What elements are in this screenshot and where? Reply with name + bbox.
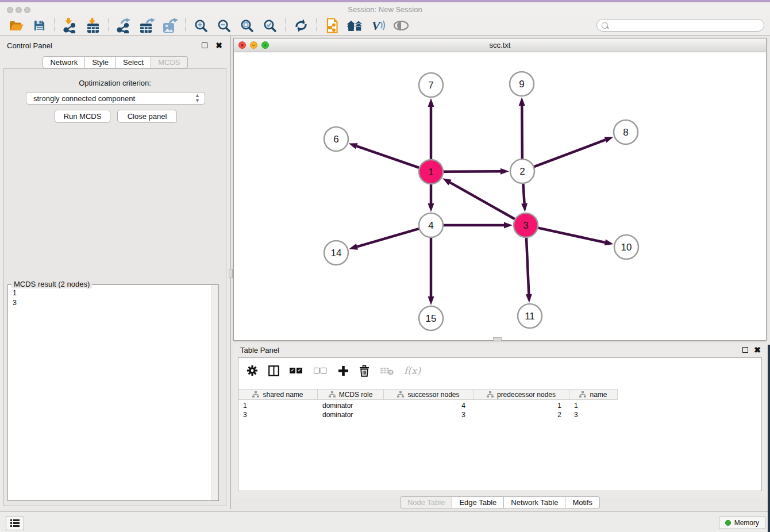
column-type-icon bbox=[579, 391, 586, 398]
save-session-button[interactable] bbox=[28, 17, 51, 34]
export-table-button[interactable] bbox=[136, 17, 159, 34]
zoom-selected-button[interactable] bbox=[259, 17, 282, 34]
tab-edge-table[interactable]: Edge Table bbox=[452, 496, 504, 508]
save-floppy-icon bbox=[33, 20, 45, 32]
table-settings-button[interactable] bbox=[247, 365, 258, 376]
graph-node-label: 6 bbox=[333, 134, 338, 145]
task-history-button[interactable] bbox=[6, 516, 24, 530]
column-type-icon bbox=[252, 391, 259, 398]
checked-box-icon: ✓ bbox=[290, 368, 295, 373]
network-graph-canvas[interactable]: 1234678910111415 bbox=[234, 52, 766, 341]
import-network-button[interactable] bbox=[59, 17, 82, 34]
close-panel-icon[interactable]: ✖ bbox=[215, 41, 222, 50]
table-cell[interactable]: 4 bbox=[384, 401, 473, 410]
run-mcds-button[interactable]: Run MCDS bbox=[55, 110, 110, 123]
mcds-result-text[interactable]: 1 3 bbox=[8, 286, 211, 500]
column-header-shared-name[interactable]: shared name bbox=[238, 389, 318, 400]
arrowhead-icon bbox=[504, 222, 513, 229]
zoom-fit-button[interactable] bbox=[236, 17, 259, 34]
arrowhead-icon bbox=[521, 203, 528, 212]
tab-motifs[interactable]: Motifs bbox=[565, 496, 600, 508]
import-table-button[interactable] bbox=[82, 17, 105, 34]
table-row[interactable]: 3dominator323 bbox=[238, 410, 618, 419]
edge-3-11[interactable] bbox=[526, 238, 529, 294]
panel-split-handle[interactable] bbox=[229, 269, 233, 278]
edge-2-8[interactable] bbox=[534, 140, 606, 167]
float-table-panel-icon[interactable] bbox=[742, 347, 748, 353]
table-cell[interactable]: 1 bbox=[473, 401, 569, 410]
home-button[interactable] bbox=[344, 17, 367, 34]
float-panel-icon[interactable] bbox=[202, 43, 207, 48]
delete-column-button[interactable] bbox=[359, 365, 369, 377]
open-folder-icon bbox=[9, 20, 24, 32]
result-scrollbar[interactable] bbox=[211, 285, 218, 500]
network-view-window[interactable]: × − + scc.txt 1234678910111415 bbox=[233, 38, 767, 341]
table-cell[interactable]: 3 bbox=[569, 410, 618, 419]
export-table-icon bbox=[140, 18, 155, 33]
optimization-criterion-select[interactable]: strongly connected component ▲▼ bbox=[26, 92, 205, 105]
column-header-name[interactable]: name bbox=[569, 389, 618, 400]
edge-3-1[interactable] bbox=[450, 183, 515, 219]
table-cell[interactable]: dominator bbox=[318, 401, 384, 410]
column-header-successor-nodes[interactable]: successor nodes bbox=[384, 389, 473, 400]
chevron-up-down-icon: ▲▼ bbox=[195, 93, 200, 103]
memory-button[interactable]: Memory bbox=[719, 516, 765, 529]
table-cell[interactable]: 1 bbox=[569, 401, 618, 410]
select-all-button[interactable]: ✓ ✓ bbox=[290, 368, 303, 373]
gear-icon bbox=[247, 365, 258, 376]
tab-network[interactable]: Network bbox=[43, 56, 85, 68]
tab-node-table[interactable]: Node Table bbox=[400, 496, 453, 508]
edge-1-2[interactable] bbox=[444, 171, 500, 172]
edge-2-3[interactable] bbox=[523, 184, 524, 203]
graph-node-label: 8 bbox=[623, 127, 628, 138]
edge-4-14[interactable] bbox=[357, 229, 418, 246]
graph-node-label: 15 bbox=[426, 313, 437, 324]
desktop-background bbox=[768, 345, 770, 532]
zoom-fit-icon bbox=[240, 19, 254, 33]
arrowhead-icon bbox=[349, 143, 358, 149]
column-header-MCDS-role[interactable]: MCDS role bbox=[318, 389, 384, 400]
column-header-label: successor nodes bbox=[407, 391, 459, 399]
window-title: Session: New Session bbox=[0, 5, 770, 14]
table-row[interactable]: 1dominator411 bbox=[238, 401, 618, 410]
close-panel-button[interactable]: Close panel bbox=[117, 110, 177, 123]
table-cell[interactable]: 2 bbox=[473, 410, 569, 419]
table-cell[interactable]: 3 bbox=[238, 410, 318, 419]
export-network-button[interactable] bbox=[113, 17, 136, 34]
add-column-button[interactable] bbox=[338, 365, 349, 376]
titlebar[interactable]: Session: New Session bbox=[0, 2, 770, 16]
vizmapper-button[interactable]: V bbox=[367, 17, 390, 34]
control-panel: Control Panel ✖ NetworkStyleSelectMCDS O… bbox=[0, 36, 231, 509]
arrowhead-icon bbox=[428, 203, 434, 212]
network-window-titlebar[interactable]: × − + scc.txt bbox=[234, 38, 766, 52]
table-cell[interactable]: dominator bbox=[318, 410, 384, 419]
zoom-in-button[interactable] bbox=[190, 17, 213, 34]
search-input[interactable] bbox=[596, 19, 764, 32]
tab-style[interactable]: Style bbox=[85, 56, 116, 68]
split-panel-icon bbox=[268, 365, 279, 376]
split-table-button[interactable] bbox=[268, 365, 279, 376]
zoom-out-button[interactable] bbox=[213, 17, 236, 34]
edge-3-10[interactable] bbox=[538, 228, 605, 242]
tab-network-table[interactable]: Network Table bbox=[504, 496, 565, 508]
table-header-row[interactable]: shared nameMCDS rolesuccessor nodesprede… bbox=[238, 389, 618, 400]
deselect-all-button[interactable] bbox=[314, 368, 328, 373]
open-network-file-button[interactable] bbox=[321, 17, 344, 34]
hide-panel-button[interactable] bbox=[390, 17, 413, 34]
tab-select[interactable]: Select bbox=[116, 56, 151, 68]
mcds-panel: Optimization criterion: strongly connect… bbox=[3, 68, 226, 506]
table-cell[interactable]: 3 bbox=[384, 410, 473, 419]
column-header-predecessor-nodes[interactable]: predecessor nodes bbox=[473, 389, 569, 400]
edge-1-6[interactable] bbox=[357, 146, 419, 167]
table-split-handle[interactable] bbox=[493, 337, 502, 341]
plus-icon bbox=[338, 365, 349, 376]
export-image-button[interactable] bbox=[159, 17, 182, 34]
checked-box-icon: ✓ bbox=[297, 368, 302, 373]
edge-2-9[interactable] bbox=[522, 106, 522, 159]
open-session-button[interactable] bbox=[5, 17, 28, 34]
tab-mcds[interactable]: MCDS bbox=[151, 56, 187, 68]
table-cell[interactable]: 1 bbox=[238, 401, 318, 410]
refresh-view-button[interactable] bbox=[290, 17, 313, 34]
houses-icon bbox=[347, 20, 363, 32]
close-table-panel-icon[interactable]: ✖ bbox=[754, 345, 761, 354]
